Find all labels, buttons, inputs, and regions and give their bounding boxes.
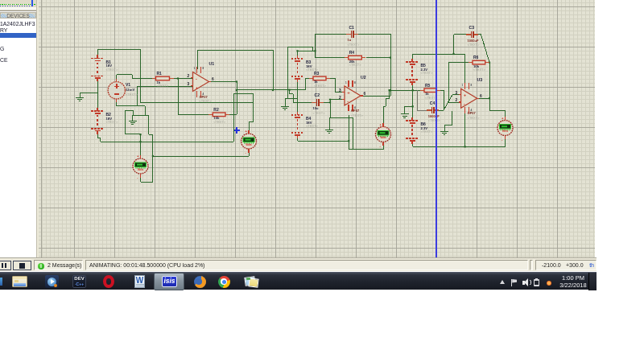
svg-text:1: 1 (194, 67, 196, 70)
svg-text:Volts: Volts (380, 136, 386, 139)
svg-text:<TEXT>: <TEXT> (428, 118, 441, 122)
svg-text:6: 6 (364, 92, 366, 96)
svg-text:3: 3 (456, 91, 458, 95)
svg-text:R5: R5 (425, 83, 431, 88)
svg-text:<TEXT>: <TEXT> (213, 120, 226, 124)
svg-text:OP07: OP07 (351, 109, 360, 113)
svg-text:+: + (246, 129, 248, 133)
svg-text:1: 1 (462, 84, 464, 87)
svg-text:U1: U1 (209, 61, 215, 66)
svg-text:-: - (137, 175, 138, 179)
svg-text:+: + (464, 93, 467, 97)
svg-text:+: + (347, 90, 350, 95)
svg-text:<TEXT>: <TEXT> (106, 68, 119, 72)
svg-text:3: 3 (339, 88, 341, 93)
svg-text:1u: 1u (348, 38, 352, 42)
svg-text:<TEXT>: <TEXT> (314, 84, 327, 88)
svg-text:Volts: Volts (502, 130, 509, 133)
svg-text:10u: 10u (313, 106, 319, 110)
svg-text:<TEXT>: <TEXT> (126, 93, 138, 97)
svg-text:U2: U2 (361, 75, 366, 80)
svg-text:<TEXT>: <TEXT> (473, 68, 486, 72)
svg-text:R1: R1 (157, 71, 163, 76)
svg-text:OP07: OP07 (200, 95, 208, 99)
svg-text:2: 2 (339, 96, 341, 100)
svg-text:R6: R6 (473, 55, 479, 60)
svg-text:<TEXT>: <TEXT> (468, 43, 481, 47)
svg-text:<TEXT>: <TEXT> (157, 84, 170, 88)
svg-text:-: - (246, 150, 247, 154)
svg-text:<TEXT>: <TEXT> (425, 96, 438, 100)
svg-text:<TEXT>: <TEXT> (313, 111, 326, 115)
svg-text:-: - (380, 144, 382, 148)
svg-text:1: 1 (345, 81, 347, 84)
svg-text:+: + (502, 116, 504, 120)
svg-text:6: 6 (212, 77, 214, 81)
svg-text:+: + (380, 122, 382, 126)
svg-text:U3: U3 (477, 77, 483, 82)
svg-text:<TEXT>: <TEXT> (306, 124, 319, 128)
svg-text:<TEXT>: <TEXT> (351, 113, 364, 117)
svg-text:C4: C4 (430, 101, 436, 105)
svg-text:<TEXT>: <TEXT> (106, 120, 119, 124)
svg-text:-: - (347, 99, 349, 104)
svg-text:+: + (196, 85, 199, 90)
svg-text:+: + (137, 154, 139, 158)
svg-text:C2: C2 (315, 93, 320, 97)
svg-text:12mV: 12mV (126, 88, 134, 92)
svg-text:R4: R4 (349, 50, 355, 55)
svg-text:2: 2 (188, 74, 190, 78)
svg-text:<TEXT>: <TEXT> (348, 43, 361, 47)
svg-text:Volts: Volts (246, 143, 252, 146)
svg-text:V1: V1 (126, 82, 130, 87)
svg-text:C3: C3 (469, 25, 475, 30)
svg-text:R2: R2 (213, 107, 219, 112)
svg-text:<TEXT>: <TEXT> (421, 130, 434, 134)
svg-text:-: - (464, 101, 465, 106)
svg-text:1000uF: 1000uF (428, 114, 440, 118)
svg-text:6: 6 (480, 94, 482, 98)
svg-text:8: 8 (471, 84, 473, 87)
svg-text:2: 2 (456, 98, 458, 102)
svg-text:R3: R3 (314, 71, 320, 76)
svg-text:<TEXT>: <TEXT> (421, 71, 434, 75)
svg-text:8: 8 (203, 67, 204, 70)
svg-text:<TEXT>: <TEXT> (349, 63, 362, 67)
svg-text:-: - (502, 138, 503, 142)
svg-text:8: 8 (354, 81, 356, 84)
svg-text:Volts: Volts (138, 168, 144, 171)
svg-text:1000uF: 1000uF (468, 39, 479, 43)
svg-text:<TEXT>: <TEXT> (200, 99, 213, 103)
svg-text:<TEXT>: <TEXT> (468, 116, 481, 120)
svg-text:-: - (196, 76, 197, 81)
svg-text:3: 3 (188, 82, 190, 86)
svg-text:C1: C1 (349, 25, 355, 30)
svg-text:OP07: OP07 (468, 111, 477, 115)
